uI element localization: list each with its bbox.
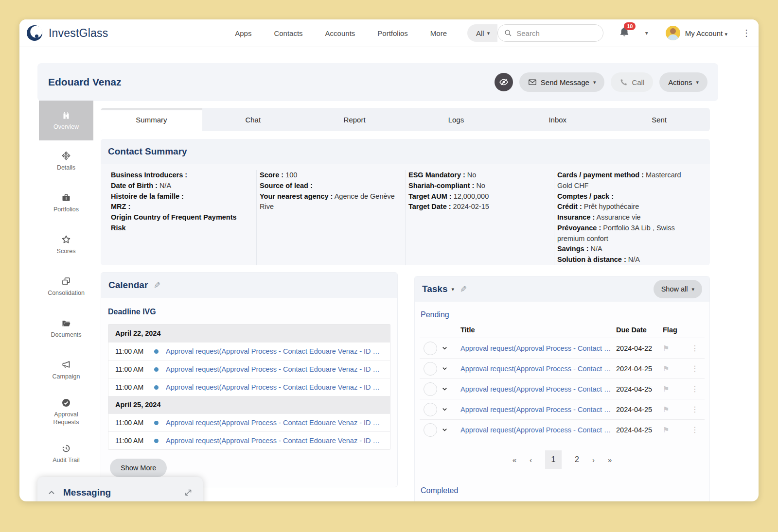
star-icon <box>61 235 71 244</box>
task-checkbox[interactable] <box>424 342 437 355</box>
expand-diagonal-icon[interactable] <box>183 488 193 498</box>
event-link[interactable]: Approval request(Approval Process - Cont… <box>166 383 383 391</box>
sidebar-item-consolidation[interactable]: Consolidation <box>39 266 93 308</box>
notifications-button[interactable]: 10 <box>618 26 633 40</box>
event-link[interactable]: Approval request(Approval Process - Cont… <box>166 347 383 355</box>
nav-apps[interactable]: Apps <box>235 29 251 37</box>
overflow-menu-icon[interactable]: ⋮ <box>742 29 751 37</box>
search-input[interactable]: Search <box>497 24 603 42</box>
actions-button[interactable]: Actions ▾ <box>659 72 707 92</box>
brand-logo[interactable]: InvestGlass <box>25 23 133 43</box>
show-all-button[interactable]: Show all ▾ <box>654 280 702 298</box>
nav-portfolios[interactable]: Portfolios <box>377 29 408 37</box>
nav-accounts[interactable]: Accounts <box>325 29 355 37</box>
chevron-down-icon[interactable] <box>441 385 460 393</box>
chevron-down-icon[interactable] <box>441 344 460 352</box>
task-link[interactable]: Approval request(Approval Process - Cont… <box>460 406 616 413</box>
chevron-down-icon[interactable] <box>441 365 460 372</box>
chevron-down-icon: ▾ <box>451 286 454 292</box>
task-link[interactable]: Approval request(Approval Process - Cont… <box>460 426 616 434</box>
pagination-next[interactable]: › <box>592 456 595 464</box>
task-checkbox[interactable] <box>424 423 437 437</box>
send-message-button[interactable]: Send Message ▾ <box>519 72 605 92</box>
avatar[interactable] <box>666 26 680 40</box>
search-scope-dropdown[interactable]: All ▾ <box>467 24 497 42</box>
tab-summary[interactable]: Summary <box>101 108 202 131</box>
search-scope-value: All <box>476 29 484 37</box>
visibility-toggle-button[interactable] <box>495 73 513 91</box>
event-link[interactable]: Approval request(Approval Process - Cont… <box>166 419 383 427</box>
field: MRZ : <box>111 202 248 212</box>
edit-pencil-icon[interactable]: ✎ <box>154 280 160 291</box>
chevron-down-icon: ▾ <box>725 31 727 37</box>
task-row: Approval request(Approval Process - Cont… <box>420 338 705 358</box>
sidebar-item-overview[interactable]: Overview <box>39 101 93 140</box>
sidebar-item-scores[interactable]: Scores <box>39 224 93 266</box>
row-menu-icon[interactable]: ⋮ <box>691 343 705 353</box>
flag-icon[interactable]: ⚑ <box>663 385 691 394</box>
envelope-icon <box>528 78 537 86</box>
row-menu-icon[interactable]: ⋮ <box>691 364 705 373</box>
sidebar-item-audit-trail[interactable]: Audit Trail <box>39 433 93 475</box>
messaging-dock[interactable]: Messaging <box>37 477 203 501</box>
pagination-prev[interactable]: ‹ <box>530 456 532 464</box>
chevron-down-icon[interactable] <box>441 426 460 433</box>
field: Origin Country of Frequent Payments Risk <box>111 212 248 234</box>
sidebar-item-documents[interactable]: Documents <box>39 308 93 349</box>
tab-label: Report <box>344 116 366 124</box>
row-menu-icon[interactable]: ⋮ <box>691 405 705 414</box>
notifications-chevron-icon[interactable]: ▾ <box>645 30 648 36</box>
field: Target AUM : 12,000,000 <box>408 191 546 202</box>
contact-summary-fields: Business Introducers : Date of Birth : N… <box>101 164 710 265</box>
field: Cards / payment method : Mastercard Gold… <box>557 170 695 191</box>
tab-inbox[interactable]: Inbox <box>507 108 608 131</box>
row-menu-icon[interactable]: ⋮ <box>691 425 705 434</box>
search-group: All ▾ Search <box>467 24 603 42</box>
chevron-up-icon[interactable] <box>47 488 56 497</box>
event-link[interactable]: Approval request(Approval Process - Cont… <box>166 437 383 445</box>
my-account-menu[interactable]: My Account ▾ <box>685 29 727 37</box>
flag-icon[interactable]: ⚑ <box>663 405 691 414</box>
tab-label: Logs <box>448 116 464 124</box>
edit-pencil-icon[interactable]: ✎ <box>460 284 467 294</box>
tab-logs[interactable]: Logs <box>405 108 507 131</box>
row-menu-icon[interactable]: ⋮ <box>691 384 705 394</box>
calendar-event-row: 11:00 AM Approval request(Approval Proce… <box>108 360 390 378</box>
calendar-panel: Calendar ✎ Deadline IVG April 22, 2024 1… <box>101 272 398 487</box>
task-link[interactable]: Approval request(Approval Process - Cont… <box>460 365 616 373</box>
tasks-title-dropdown[interactable]: Tasks ▾ <box>422 284 454 294</box>
flag-icon[interactable]: ⚑ <box>663 364 691 373</box>
sidebar-item-portfolios[interactable]: Portfolios <box>39 182 93 224</box>
calendar-date-group: April 25, 2024 <box>108 396 390 413</box>
pagination-last[interactable]: » <box>608 456 612 464</box>
event-link[interactable]: Approval request(Approval Process - Cont… <box>166 365 383 373</box>
flag-icon[interactable]: ⚑ <box>663 344 691 353</box>
sidebar-item-details[interactable]: Details <box>39 140 93 182</box>
field: Date of Birth : N/A <box>111 181 248 191</box>
sidebar-item-approval-requests[interactable]: Approval Requests <box>39 391 93 433</box>
pagination-page-1[interactable]: 1 <box>545 450 562 469</box>
task-checkbox[interactable] <box>424 403 437 416</box>
sidebar-item-label: Approval Requests <box>39 411 93 426</box>
tab-chat[interactable]: Chat <box>202 108 304 131</box>
task-link[interactable]: Approval request(Approval Process - Cont… <box>460 385 616 393</box>
flag-icon[interactable]: ⚑ <box>663 426 691 434</box>
task-link[interactable]: Approval request(Approval Process - Cont… <box>460 344 616 352</box>
calendar-body: Deadline IVG April 22, 2024 11:00 AM App… <box>101 298 397 487</box>
nav-contacts[interactable]: Contacts <box>274 29 302 37</box>
tab-sent[interactable]: Sent <box>608 108 710 131</box>
task-checkbox[interactable] <box>424 382 437 396</box>
field: Histoire de la famille : <box>111 191 248 202</box>
nav-more[interactable]: More <box>430 29 447 37</box>
pagination-first[interactable]: « <box>513 456 516 464</box>
column-title: Title <box>460 326 616 334</box>
task-checkbox[interactable] <box>424 362 437 376</box>
sidebar-item-campaign[interactable]: Campaign <box>39 349 93 391</box>
tab-report[interactable]: Report <box>304 108 406 131</box>
show-more-button[interactable]: Show More <box>110 459 167 477</box>
pagination-page-2[interactable]: 2 <box>575 455 579 464</box>
calendar-event-row: 11:00 AM Approval request(Approval Proce… <box>108 431 390 449</box>
chevron-down-icon: ▾ <box>593 79 596 86</box>
call-button[interactable]: Call <box>611 72 653 92</box>
chevron-down-icon[interactable] <box>441 406 460 413</box>
